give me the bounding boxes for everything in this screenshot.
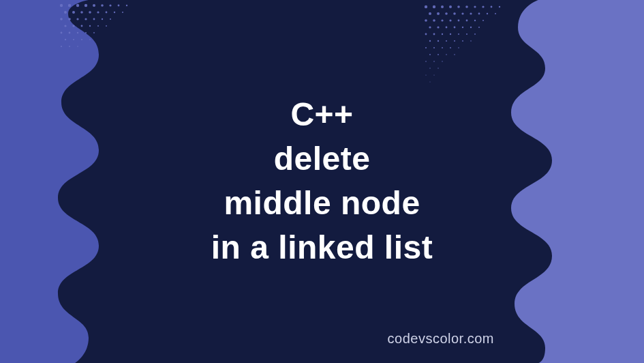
blob-shape <box>0 0 644 363</box>
watermark-text: codevscolor.com <box>388 331 494 347</box>
